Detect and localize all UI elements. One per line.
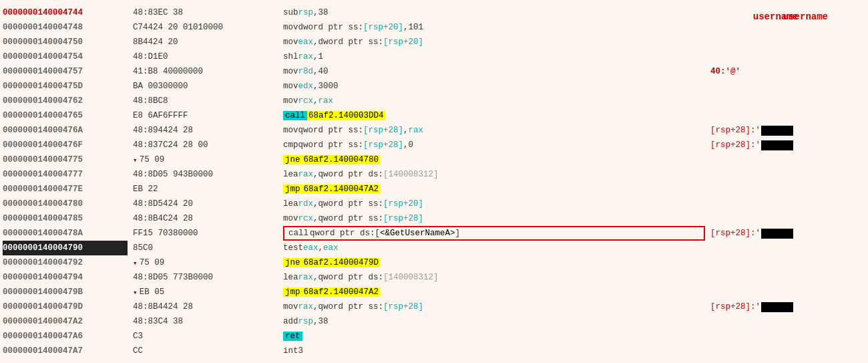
- address-row[interactable]: 00000001400047A2: [3, 314, 128, 329]
- comment-row: [710, 49, 865, 64]
- address-row[interactable]: 0000000140004780: [3, 197, 128, 211]
- comment-row: [710, 108, 865, 123]
- address-row[interactable]: 0000000140004785: [3, 211, 128, 226]
- disasm-row[interactable]: mov rcx,rax: [283, 94, 705, 108]
- disasm-row[interactable]: jmp 68af2.1400047A2: [283, 285, 705, 299]
- address-row[interactable]: 0000000140004744: [3, 5, 128, 20]
- disasm-row[interactable]: mov edx,3000: [283, 79, 705, 94]
- bytes-row: 48:8B4424 28: [133, 299, 278, 314]
- address-row[interactable]: 0000000140004748: [3, 20, 128, 35]
- address-row[interactable]: 0000000140004754: [3, 49, 128, 64]
- comment-row: [710, 211, 865, 226]
- disasm-row[interactable]: mov dword ptr ss:[rsp+20],101: [283, 20, 705, 35]
- address-row[interactable]: 0000000140004790: [3, 241, 128, 255]
- disasm-row[interactable]: mov rax,qword ptr ss:[rsp+28]: [283, 299, 705, 314]
- disasm-row[interactable]: lea rdx,qword ptr ss:[rsp+20]: [283, 197, 705, 211]
- address-row[interactable]: 00000001400047A7: [3, 344, 128, 358]
- address-column: 0000000140004744000000014000474800000001…: [0, 5, 130, 363]
- comment-row: [710, 285, 865, 299]
- bytes-row: ▾EB 05: [133, 285, 278, 299]
- bytes-column: 48:83EC 38C74424 20 010100008B4424 2048:…: [130, 5, 280, 363]
- comment-row: [710, 182, 865, 197]
- bytes-row: 48:D1E0: [133, 49, 278, 64]
- disassembly-view: username 0000000140004744000000014000474…: [0, 0, 868, 363]
- comment-row: [710, 20, 865, 35]
- disasm-row[interactable]: sub rsp,38: [283, 5, 705, 20]
- disasm-row[interactable]: int3: [283, 344, 705, 358]
- comment-row: [710, 255, 865, 270]
- comment-row: 40:'@': [710, 64, 865, 79]
- bytes-row: FF15 70380000: [133, 226, 278, 241]
- disasm-row[interactable]: ret: [283, 329, 705, 344]
- bytes-row: 48:837C24 28 00: [133, 138, 278, 152]
- bytes-row: 8B4424 20: [133, 35, 278, 49]
- disasm-row[interactable]: cmp qword ptr ss:[rsp+28],0: [283, 138, 705, 152]
- disasm-row[interactable]: jne 68af2.140004780: [283, 152, 705, 167]
- disasm-row[interactable]: lea rax,qword ptr ds:[140008312]: [283, 270, 705, 285]
- disasm-row[interactable]: jmp 68af2.1400047A2: [283, 182, 705, 197]
- bytes-row: 48:8B4C24 28: [133, 211, 278, 226]
- main-layout: 0000000140004744000000014000474800000001…: [0, 0, 868, 363]
- disasm-row[interactable]: call qword ptr ds:[<&GetUserNameA>]: [283, 226, 705, 241]
- disasm-row[interactable]: add rsp,38: [283, 314, 705, 329]
- address-row[interactable]: 0000000140004792: [3, 255, 128, 270]
- disasm-column: sub rsp,38mov dword ptr ss:[rsp+20],101m…: [280, 5, 708, 363]
- bytes-row: 48:8D5424 20: [133, 197, 278, 211]
- address-row[interactable]: 00000001400047A6: [3, 329, 128, 344]
- bytes-row: 48:8D05 943B0000: [133, 167, 278, 182]
- bytes-row: ▾75 09: [133, 255, 278, 270]
- comment-row: [rsp+28]:': [710, 123, 865, 138]
- bytes-row: C3: [133, 329, 278, 344]
- address-row[interactable]: 0000000140004750: [3, 35, 128, 49]
- disasm-row[interactable]: mov eax,dword ptr ss:[rsp+20]: [283, 35, 705, 49]
- address-row[interactable]: 000000014000476F: [3, 138, 128, 152]
- comment-row: [710, 241, 865, 255]
- redacted-value: [761, 302, 793, 312]
- bytes-row: ▾75 09: [133, 152, 278, 167]
- bytes-row: 48:8BC8: [133, 94, 278, 108]
- comment-row: [rsp+28]:': [710, 138, 865, 152]
- address-row[interactable]: 000000014000475D: [3, 79, 128, 94]
- address-row[interactable]: 0000000140004765: [3, 108, 128, 123]
- address-row[interactable]: 000000014000477E: [3, 182, 128, 197]
- comment-row: [710, 94, 865, 108]
- bytes-row: 48:83EC 38: [133, 5, 278, 20]
- redacted-value: [761, 126, 793, 136]
- comment-row: [rsp+28]:': [710, 299, 865, 314]
- disasm-row[interactable]: call 68af2.140003DD4: [283, 108, 705, 123]
- address-row[interactable]: 0000000140004762: [3, 94, 128, 108]
- bytes-row: 48:83C4 38: [133, 314, 278, 329]
- comment-row: [710, 79, 865, 94]
- disasm-row[interactable]: lea rax,qword ptr ds:[140008312]: [283, 167, 705, 182]
- disasm-row[interactable]: mov qword ptr ss:[rsp+28],rax: [283, 123, 705, 138]
- address-row[interactable]: 000000014000478A: [3, 226, 128, 241]
- disasm-row[interactable]: jne 68af2.14000479D: [283, 255, 705, 270]
- address-row[interactable]: 0000000140004777: [3, 167, 128, 182]
- address-row[interactable]: 000000014000479B: [3, 285, 128, 299]
- comment-row: [710, 167, 865, 182]
- redacted-value: [761, 229, 793, 239]
- comment-row: [710, 35, 865, 49]
- bytes-row: EB 22: [133, 182, 278, 197]
- bytes-row: E8 6AF6FFFF: [133, 108, 278, 123]
- comment-row: [710, 152, 865, 167]
- comment-row: [710, 329, 865, 344]
- comment-column: 40:'@'[rsp+28]:'[rsp+28]:'[rsp+28]:'[rsp…: [708, 5, 868, 363]
- address-row[interactable]: 0000000140004775: [3, 152, 128, 167]
- disasm-row[interactable]: mov r8d,40: [283, 64, 705, 79]
- bytes-row: 48:894424 28: [133, 123, 278, 138]
- bytes-row: CC: [133, 344, 278, 358]
- address-row[interactable]: 0000000140004757: [3, 64, 128, 79]
- address-row[interactable]: 000000014000476A: [3, 123, 128, 138]
- address-row[interactable]: 0000000140004794: [3, 270, 128, 285]
- disasm-row[interactable]: shl rax,1: [283, 49, 705, 64]
- address-row[interactable]: 000000014000479D: [3, 299, 128, 314]
- username-display: username: [783, 11, 828, 22]
- bytes-row: BA 00300000: [133, 79, 278, 94]
- bytes-row: 41:B8 40000000: [133, 64, 278, 79]
- disasm-row[interactable]: mov rcx,qword ptr ss:[rsp+28]: [283, 211, 705, 226]
- comment-row: [710, 197, 865, 211]
- redacted-value: [761, 140, 793, 150]
- disasm-row[interactable]: test eax,eax: [283, 241, 705, 255]
- bytes-row: C74424 20 01010000: [133, 20, 278, 35]
